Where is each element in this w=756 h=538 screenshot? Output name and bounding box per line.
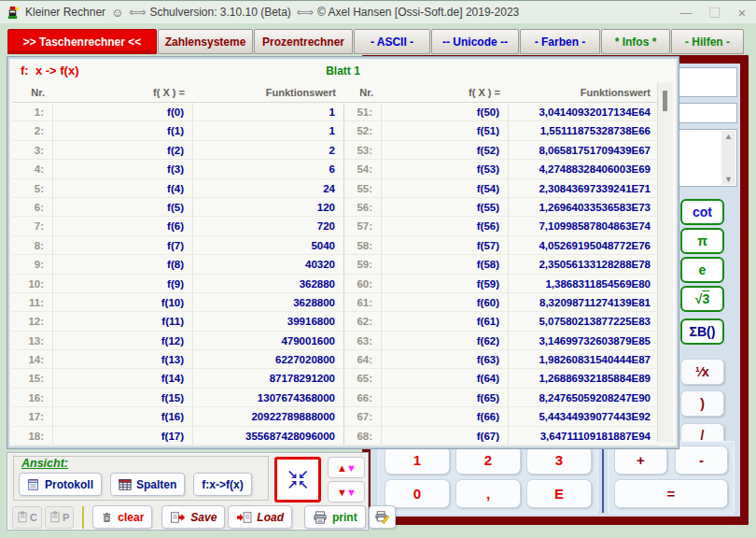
scroll-jump-down-button[interactable]: ▼▼ bbox=[328, 481, 365, 503]
value-cell: 355687428096000 bbox=[193, 427, 344, 446]
table-row[interactable]: 14:f(13)622702080064:f(63)1,982608315404… bbox=[12, 350, 659, 369]
button-sqrt-3[interactable]: √3 bbox=[680, 286, 724, 312]
col-header-fx-1: f( X ) = bbox=[53, 83, 193, 102]
version-text: Schulversion: 3.10.10 (Beta) bbox=[149, 6, 290, 19]
table-row[interactable]: 1:f(0)151:f(50)3,04140932017134E64 bbox=[12, 103, 659, 121]
maximize-button[interactable] bbox=[700, 2, 728, 22]
tab-unicode[interactable]: -- Unicode -- bbox=[431, 29, 519, 54]
value-cell: 1,3868311854569E80 bbox=[509, 275, 659, 293]
tab-prozentrechner[interactable]: Prozentrechner bbox=[254, 29, 353, 54]
fx-cell: f(9) bbox=[53, 275, 193, 293]
scroll-up-icon[interactable]: ▲ bbox=[724, 131, 733, 142]
value-cell: 4,05269195048772E76 bbox=[509, 236, 659, 255]
table-row[interactable]: 17:f(16)2092278988800067:f(66)5,44344939… bbox=[12, 407, 659, 426]
key-2[interactable]: 2 bbox=[455, 446, 521, 474]
key-comma[interactable]: , bbox=[455, 479, 521, 508]
table-row[interactable]: 2:f(1)152:f(51)1,55111875328738E66 bbox=[12, 121, 659, 140]
button-e[interactable]: e bbox=[680, 257, 724, 283]
row-number: 65: bbox=[344, 369, 382, 388]
print-setup-button[interactable] bbox=[369, 505, 396, 529]
compress-arrows-icon: ↘↙↗↖ bbox=[287, 470, 308, 490]
value-cell: 39916800 bbox=[193, 312, 344, 331]
tab-farben[interactable]: - Farben - bbox=[520, 29, 600, 54]
numeric-keypad: 1230,E bbox=[378, 441, 598, 514]
fx-view-label: f:x->f(x) bbox=[202, 478, 243, 491]
table-row[interactable]: 10:f(9)36288060:f(59)1,3868311854569E80 bbox=[12, 275, 659, 293]
table-row[interactable]: 4:f(3)654:f(53)4,27488328406003E69 bbox=[12, 160, 659, 178]
table-row[interactable]: 9:f(8)4032059:f(58)2,35056133128288E78 bbox=[12, 255, 659, 274]
row-number: 62: bbox=[344, 312, 382, 331]
minimize-button[interactable]: — bbox=[672, 2, 700, 22]
key-3[interactable]: 3 bbox=[526, 446, 592, 474]
table-row[interactable]: 18:f(17)35568742809600068:f(67)3,6471110… bbox=[12, 427, 659, 446]
row-number: 51: bbox=[344, 103, 382, 121]
button-cot[interactable]: cot bbox=[680, 199, 724, 225]
button-sigma-b[interactable]: ΣB() bbox=[680, 319, 724, 345]
keypad-divider bbox=[602, 442, 604, 513]
key-plus[interactable]: + bbox=[614, 446, 667, 474]
clipboard-icon bbox=[17, 511, 28, 523]
col-header-nr-2: Nr. bbox=[344, 83, 382, 102]
table-row[interactable]: 13:f(12)47900160063:f(62)3,1469973260387… bbox=[12, 332, 659, 350]
tab-taschenrechner[interactable]: >> Taschenrechner << bbox=[7, 29, 157, 54]
table-row[interactable]: 5:f(4)2455:f(54)2,30843697339241E71 bbox=[12, 179, 659, 198]
tab-infos[interactable]: * Infos * bbox=[601, 29, 670, 54]
table-header-row: Nr. f( X ) = Funktionswert Nr. f( X ) = … bbox=[12, 83, 659, 103]
key-equals[interactable]: = bbox=[614, 479, 728, 508]
table-row[interactable]: 3:f(2)253:f(52)8,06581751709439E67 bbox=[12, 141, 659, 160]
value-cell: 3,04140932017134E64 bbox=[509, 103, 659, 121]
value-cell: 5,07580213877225E83 bbox=[509, 312, 659, 331]
copy-p-button[interactable]: P bbox=[45, 506, 74, 529]
protokoll-button[interactable]: Protokoll bbox=[19, 473, 102, 496]
maximize-icon bbox=[709, 7, 720, 18]
fx-view-button[interactable]: f:x->f(x) bbox=[193, 473, 251, 496]
scroll-jump-up-button[interactable]: ▲▼ bbox=[328, 457, 365, 478]
fx-cell: f(52) bbox=[382, 141, 509, 160]
copy-c-button[interactable]: C bbox=[12, 506, 42, 529]
table-scrollbar-thumb[interactable] bbox=[663, 91, 667, 111]
fx-cell: f(67) bbox=[382, 427, 509, 446]
fx-cell: f(6) bbox=[53, 217, 193, 235]
fx-cell: f(55) bbox=[382, 198, 509, 217]
fx-cell: f(54) bbox=[382, 179, 509, 198]
history-scrollbar[interactable]: ▲ ▼ bbox=[721, 131, 735, 185]
fx-cell: f(58) bbox=[382, 255, 509, 274]
value-cell: 8,24765059208247E90 bbox=[509, 389, 659, 407]
value-cell: 2,35056133128288E78 bbox=[509, 255, 659, 274]
tab-hilfen[interactable]: - Hilfen - bbox=[671, 29, 744, 54]
table-scrollbar[interactable] bbox=[657, 83, 673, 442]
row-number: 52: bbox=[344, 121, 382, 140]
clear-button[interactable]: clear bbox=[92, 505, 152, 529]
smiley-icon: ☺ bbox=[111, 6, 123, 20]
table-row[interactable]: 8:f(7)504058:f(57)4,05269195048772E76 bbox=[12, 236, 659, 255]
key-exponent[interactable]: E bbox=[526, 479, 592, 508]
button-pi[interactable]: π bbox=[680, 228, 724, 254]
table-row[interactable]: 15:f(14)8717829120065:f(64)1,26886932185… bbox=[12, 369, 659, 388]
save-button[interactable]: Save bbox=[161, 505, 225, 529]
print-button[interactable]: print bbox=[304, 505, 366, 529]
spalten-button[interactable]: Spalten bbox=[110, 473, 185, 496]
value-cell: 1,55111875328738E66 bbox=[509, 121, 659, 140]
table-row[interactable]: 16:f(15)130767436800066:f(65)8,247650592… bbox=[12, 389, 659, 407]
row-number: 13: bbox=[12, 332, 53, 350]
key-1[interactable]: 1 bbox=[385, 446, 450, 474]
compress-view-button[interactable]: ↘↙↗↖ bbox=[274, 457, 321, 503]
fx-cell: f(50) bbox=[382, 103, 509, 121]
tab-zahlensysteme[interactable]: Zahlensysteme bbox=[158, 29, 253, 54]
key-minus[interactable]: - bbox=[675, 446, 728, 474]
down-arrow-icon: ▼ bbox=[346, 487, 356, 498]
operator-keypad: +-= bbox=[608, 441, 735, 514]
table-row[interactable]: 6:f(5)12056:f(55)1,26964033536583E73 bbox=[12, 198, 659, 217]
button-close-paren[interactable]: ) bbox=[680, 390, 724, 417]
table-row[interactable]: 12:f(11)3991680062:f(61)5,07580213877225… bbox=[12, 312, 659, 331]
value-cell: 6 bbox=[193, 160, 344, 178]
close-button[interactable]: × bbox=[728, 2, 756, 22]
load-button[interactable]: Load bbox=[228, 505, 292, 529]
scroll-down-icon[interactable]: ▼ bbox=[724, 174, 733, 185]
table-row[interactable]: 7:f(6)72057:f(56)7,10998587804863E74 bbox=[12, 217, 659, 235]
key-0[interactable]: 0 bbox=[385, 479, 450, 508]
table-row[interactable]: 11:f(10)362880061:f(60)8,32098711274139E… bbox=[12, 293, 659, 312]
fx-cell: f(56) bbox=[382, 217, 509, 235]
tab-ascii[interactable]: - ASCII - bbox=[354, 29, 430, 54]
button-reciprocal[interactable]: ¹⁄x bbox=[680, 359, 724, 385]
